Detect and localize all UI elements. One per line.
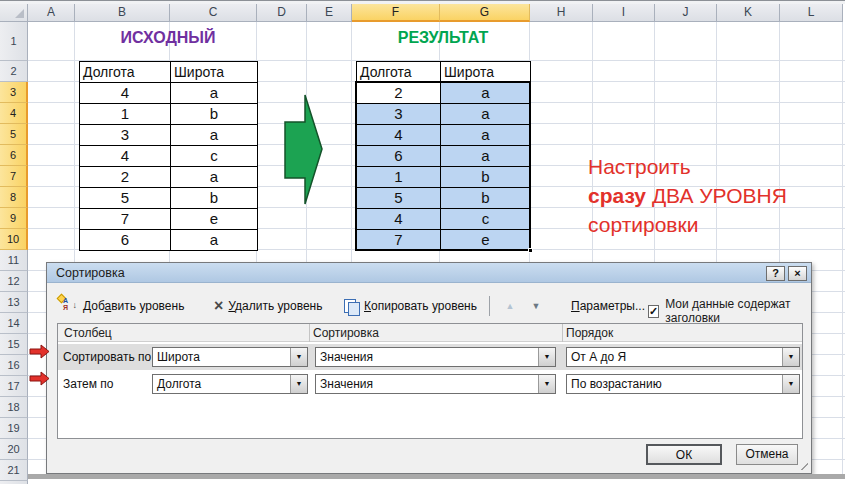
add-level-button[interactable]: А Я ↓ Добавить уровень bbox=[61, 295, 184, 317]
level1-order-select[interactable]: От А до Я ▼ bbox=[566, 347, 800, 367]
cell[interactable]: a bbox=[171, 230, 258, 251]
dropdown-arrow-icon[interactable]: ▼ bbox=[538, 348, 555, 366]
level2-order-select[interactable]: По возрастанию ▼ bbox=[566, 374, 800, 394]
cell[interactable]: 7 bbox=[80, 209, 171, 230]
cell[interactable]: a bbox=[171, 83, 258, 104]
row-header-17[interactable]: 17 bbox=[0, 376, 28, 397]
column-header-E[interactable]: E bbox=[307, 4, 352, 22]
row-header-3[interactable]: 3 bbox=[0, 82, 28, 103]
row-header-14[interactable]: 14 bbox=[0, 313, 28, 334]
dropdown-arrow-icon[interactable]: ▼ bbox=[290, 375, 307, 393]
cell[interactable]: 4 bbox=[80, 83, 171, 104]
add-level-icon: А Я ↓ bbox=[61, 298, 78, 314]
column-header-J[interactable]: J bbox=[655, 4, 717, 22]
row-header-13[interactable]: 13 bbox=[0, 292, 28, 313]
level1-column-select[interactable]: Широта ▼ bbox=[152, 347, 308, 367]
close-icon: × bbox=[794, 267, 800, 279]
dropdown-arrow-icon[interactable]: ▼ bbox=[782, 348, 799, 366]
copy-level-button[interactable]: Копировать уровень bbox=[344, 295, 477, 317]
cell[interactable]: c bbox=[171, 146, 258, 167]
column-header-B[interactable]: B bbox=[75, 4, 170, 22]
column-header-F[interactable]: F bbox=[352, 4, 440, 22]
cell[interactable]: 3 bbox=[80, 125, 171, 146]
row-header-18[interactable]: 18 bbox=[0, 397, 28, 418]
column-header-K[interactable]: K bbox=[717, 4, 780, 22]
ok-button[interactable]: ОК bbox=[646, 444, 722, 465]
column-header-I[interactable]: I bbox=[593, 4, 655, 22]
level1-sort-on-value: Значения bbox=[316, 348, 538, 366]
row-header-12[interactable]: 12 bbox=[0, 271, 28, 292]
close-button[interactable]: × bbox=[788, 266, 807, 281]
dialog-titlebar[interactable]: Сортировка ? × bbox=[47, 263, 811, 283]
transform-arrow-icon bbox=[283, 93, 324, 206]
cell[interactable]: a bbox=[171, 125, 258, 146]
row-header-10[interactable]: 10 bbox=[0, 229, 28, 250]
dropdown-arrow-icon[interactable]: ▼ bbox=[290, 348, 307, 366]
table-row: 2a bbox=[80, 167, 258, 188]
row-header-5[interactable]: 5 bbox=[0, 124, 28, 145]
row-header-20[interactable]: 20 bbox=[0, 439, 28, 460]
column-header-H[interactable]: H bbox=[530, 4, 593, 22]
table-row: 7e bbox=[80, 209, 258, 230]
fill-handle[interactable] bbox=[528, 248, 533, 253]
column-header-L[interactable]: L bbox=[780, 4, 843, 22]
cell[interactable]: 6 bbox=[80, 230, 171, 251]
column-header-A[interactable]: A bbox=[28, 4, 75, 22]
delete-level-button[interactable]: × Удалить уровень bbox=[214, 295, 323, 317]
cell[interactable]: 2 bbox=[80, 167, 171, 188]
cell[interactable]: e bbox=[171, 209, 258, 230]
cell[interactable]: 4 bbox=[80, 146, 171, 167]
table-row: 5b bbox=[80, 188, 258, 209]
row-header-2[interactable]: 2 bbox=[0, 61, 28, 82]
row-header-4[interactable]: 4 bbox=[0, 103, 28, 124]
row-header-1[interactable]: 1 bbox=[0, 22, 28, 61]
level2-column-select[interactable]: Долгота ▼ bbox=[152, 374, 308, 394]
table-header-cell[interactable]: Широта bbox=[171, 62, 258, 83]
row-header-6[interactable]: 6 bbox=[0, 145, 28, 166]
row-header-11[interactable]: 11 bbox=[0, 250, 28, 271]
headers-checkbox-label: Мои данные содержат заголовки bbox=[665, 297, 811, 325]
levels-list-header: Столбец Сортировка Порядок bbox=[58, 324, 802, 342]
table-row: 4a bbox=[80, 83, 258, 104]
select-all-corner[interactable] bbox=[0, 4, 28, 22]
cell[interactable]: 1 bbox=[80, 104, 171, 125]
row-header-19[interactable]: 19 bbox=[0, 418, 28, 439]
options-button[interactable]: Параметры... bbox=[571, 295, 645, 317]
dropdown-arrow-icon[interactable]: ▼ bbox=[538, 375, 555, 393]
table-row: 4c bbox=[80, 146, 258, 167]
dropdown-arrow-icon[interactable]: ▼ bbox=[782, 375, 799, 393]
cell[interactable]: 5 bbox=[80, 188, 171, 209]
cell[interactable]: a bbox=[171, 167, 258, 188]
column-header-G[interactable]: G bbox=[440, 4, 530, 22]
cancel-button[interactable]: Отмена bbox=[736, 444, 798, 465]
level1-sort-on-select[interactable]: Значения ▼ bbox=[315, 347, 556, 367]
row-header-16[interactable]: 16 bbox=[0, 355, 28, 376]
toolbar-separator bbox=[489, 296, 490, 316]
sort-level-row-1[interactable]: Сортировать по Широта ▼ Значения ▼ От А … bbox=[58, 344, 802, 370]
help-button[interactable]: ? bbox=[766, 266, 785, 281]
table-header-cell[interactable]: Долгота bbox=[80, 62, 171, 83]
level1-order-value: От А до Я bbox=[567, 348, 782, 366]
level1-label: Сортировать по bbox=[63, 344, 151, 370]
column-header-D[interactable]: D bbox=[257, 4, 307, 22]
dialog-toolbar: А Я ↓ Добавить уровень × Удалить уровень… bbox=[47, 295, 811, 319]
my-data-has-headers-checkbox[interactable]: ✓ Мои данные содержат заголовки bbox=[648, 297, 811, 325]
cell[interactable]: b bbox=[171, 104, 258, 125]
column-header-C[interactable]: C bbox=[170, 4, 257, 22]
cell[interactable]: b bbox=[171, 188, 258, 209]
sort-on-header-label: Сортировка bbox=[313, 324, 379, 342]
row-header-15[interactable]: 15 bbox=[0, 334, 28, 355]
move-up-button[interactable]: ▲ bbox=[499, 298, 521, 314]
add-level-label: Добавить уровень bbox=[83, 299, 184, 313]
row-header-21[interactable]: 21 bbox=[0, 460, 28, 481]
sort-level-row-2[interactable]: Затем по Долгота ▼ Значения ▼ По возраст… bbox=[58, 371, 802, 397]
annotation-line3: сортировки bbox=[588, 213, 698, 236]
row-header-9[interactable]: 9 bbox=[0, 208, 28, 229]
move-down-button[interactable]: ▼ bbox=[525, 298, 547, 314]
row-header-7[interactable]: 7 bbox=[0, 166, 28, 187]
level2-sort-on-select[interactable]: Значения ▼ bbox=[315, 374, 556, 394]
row-header-8[interactable]: 8 bbox=[0, 187, 28, 208]
table-header-cell[interactable]: Долгота bbox=[357, 62, 441, 83]
table-header-cell[interactable]: Широта bbox=[441, 62, 531, 83]
excel-window: ABCDEFGHIJKL 123456789101112131415161718… bbox=[0, 0, 845, 484]
